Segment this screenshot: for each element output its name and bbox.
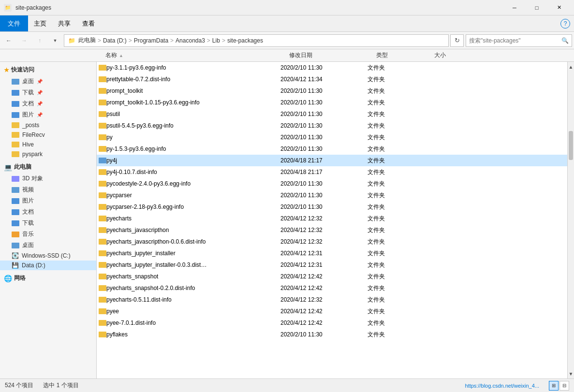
scroll-up-button[interactable]: ▲ xyxy=(568,62,574,72)
folder-icon xyxy=(12,220,19,226)
table-row[interactable]: prettytable-0.7.2.dist-info2020/4/12 11:… xyxy=(97,73,567,85)
details-view-button[interactable]: ⊞ xyxy=(549,381,559,391)
search-input[interactable] xyxy=(469,37,559,44)
sidebar-item-desktop-quick[interactable]: 桌面 📌 xyxy=(0,76,96,87)
path-datad[interactable]: Data (D:) xyxy=(103,37,127,44)
file-date: 2020/4/12 12:31 xyxy=(280,250,368,257)
path-lib[interactable]: Lib xyxy=(212,37,220,44)
table-row[interactable]: pyflakes2020/2/10 11:30文件夹 xyxy=(97,329,567,340)
sidebar-item-hive[interactable]: Hive xyxy=(0,140,96,149)
file-name: pycodestyle-2.4.0-py3.6.egg-info xyxy=(106,180,280,187)
sidebar-item-docs-quick[interactable]: 文档 📌 xyxy=(0,98,96,109)
table-row[interactable]: py-3.1.1-py3.6.egg-info2020/2/10 11:30文件… xyxy=(97,62,567,73)
col-header-date[interactable]: 修改日期 xyxy=(285,51,372,59)
maximize-button[interactable]: □ xyxy=(526,0,548,15)
this-pc-header[interactable]: 💻 此电脑 xyxy=(0,161,96,173)
file-name: pyecharts_javascripthon xyxy=(106,227,280,233)
large-icons-view-button[interactable]: ⊟ xyxy=(559,381,569,391)
table-row[interactable]: pyecharts_snapshot2020/4/12 12:42文件夹 xyxy=(97,271,567,282)
table-row[interactable]: pyecharts_jupyter_installer-0.0.3.dist…2… xyxy=(97,259,567,271)
sidebar-item-video[interactable]: 视频 xyxy=(0,184,96,195)
table-row[interactable]: pyee-7.0.1.dist-info2020/4/12 12:42文件夹 xyxy=(97,317,567,329)
file-date: 2020/4/18 21:17 xyxy=(280,157,368,164)
table-row[interactable]: prompt_toolkit-1.0.15-py3.6.egg-info2020… xyxy=(97,97,567,108)
forward-button[interactable]: → xyxy=(17,34,31,47)
scroll-thumb[interactable] xyxy=(569,131,573,160)
folder-icon xyxy=(12,243,19,248)
sidebar-item-c-drive[interactable]: 💽 Windows-SSD (C:) xyxy=(0,251,96,261)
folder-icon xyxy=(99,111,106,117)
network-header[interactable]: 🌐 网络 xyxy=(0,272,96,284)
menu-share[interactable]: 共享 xyxy=(52,15,76,31)
quick-access-header[interactable]: ★ 快速访问 xyxy=(0,64,96,76)
sidebar-item-pyspark[interactable]: pyspark xyxy=(0,149,96,159)
folder-icon xyxy=(99,250,106,256)
back-button[interactable]: ← xyxy=(2,34,15,47)
file-date: 2020/4/12 12:32 xyxy=(280,215,368,222)
scroll-down-button[interactable]: ▼ xyxy=(568,369,574,378)
table-row[interactable]: prompt_toolkit2020/2/10 11:30文件夹 xyxy=(97,85,567,97)
menu-view[interactable]: 查看 xyxy=(76,15,101,31)
address-path[interactable]: 📁 此电脑 > Data (D:) > ProgramData > Anacon… xyxy=(64,34,449,47)
minimize-button[interactable]: ─ xyxy=(503,0,526,15)
file-name: pyee-7.0.1.dist-info xyxy=(106,319,280,326)
up-button[interactable]: ↑ xyxy=(33,34,46,47)
table-row[interactable]: pyecharts_jupyter_installer2020/4/12 12:… xyxy=(97,247,567,259)
table-row[interactable]: pyecharts-0.5.11.dist-info2020/4/12 12:3… xyxy=(97,294,567,305)
title-bar-title: site-packages xyxy=(15,4,503,11)
col-header-type[interactable]: 类型 xyxy=(372,51,430,59)
pin-icon: 📌 xyxy=(37,112,43,117)
table-row[interactable]: pyee2020/4/12 12:42文件夹 xyxy=(97,305,567,317)
col-header-size[interactable]: 大小 xyxy=(430,51,479,59)
menu-file[interactable]: 文件 xyxy=(0,15,28,31)
scrollbar[interactable]: ▲ ▼ xyxy=(567,62,574,378)
sidebar-item-pictures[interactable]: 图片 xyxy=(0,195,96,206)
sidebar-item-3dobjects[interactable]: 3D 对象 xyxy=(0,173,96,184)
folder-icon xyxy=(99,320,106,326)
close-button[interactable]: ✕ xyxy=(548,0,570,15)
folder-icon xyxy=(99,332,106,337)
table-row[interactable]: py2020/2/10 11:30文件夹 xyxy=(97,131,567,143)
file-name: py4j-0.10.7.dist-info xyxy=(106,169,280,175)
path-sitepackages[interactable]: site-packages xyxy=(227,37,263,44)
table-row[interactable]: py4j2020/4/18 21:17文件夹 xyxy=(97,155,567,166)
table-row[interactable]: pyecharts2020/4/12 12:32文件夹 xyxy=(97,213,567,224)
sidebar-item-posts[interactable]: _posts xyxy=(0,120,96,130)
table-row[interactable]: pyecharts_snapshot-0.2.0.dist-info2020/4… xyxy=(97,282,567,294)
sidebar-item-desktop[interactable]: 桌面 xyxy=(0,240,96,251)
sidebar-item-downloads[interactable]: 下载 xyxy=(0,218,96,229)
file-date: 2020/2/10 11:30 xyxy=(280,122,368,129)
table-row[interactable]: pyecharts_javascripthon2020/4/12 12:32文件… xyxy=(97,224,567,236)
sidebar-item-music[interactable]: 音乐 xyxy=(0,229,96,240)
table-row[interactable]: pyecharts_javascripthon-0.0.6.dist-info2… xyxy=(97,236,567,247)
folder-icon xyxy=(12,209,19,215)
table-row[interactable]: py4j-0.10.7.dist-info2020/4/18 21:17文件夹 xyxy=(97,166,567,178)
path-programdata[interactable]: ProgramData xyxy=(134,37,168,44)
table-row[interactable]: psutil-5.4.5-py3.6.egg-info2020/2/10 11:… xyxy=(97,120,567,131)
file-name: pyecharts_snapshot-0.2.0.dist-info xyxy=(106,285,280,291)
folder-icon xyxy=(99,262,106,268)
recent-locations-button[interactable]: ▼ xyxy=(48,34,62,47)
sidebar-item-pics-quick[interactable]: 图片 📌 xyxy=(0,109,96,120)
sidebar-item-d-drive[interactable]: 💾 Data (D:) xyxy=(0,261,96,270)
col-header-name[interactable]: 名称 ▲ xyxy=(102,51,285,59)
table-row[interactable]: psutil2020/2/10 11:30文件夹 xyxy=(97,108,567,120)
table-row[interactable]: py-1.5.3-py3.6.egg-info2020/2/10 11:30文件… xyxy=(97,143,567,155)
main-layout: ★ 快速访问 桌面 📌 下载 📌 文档 📌 图片 📌 _posts xyxy=(0,62,574,378)
path-thispc[interactable]: 此电脑 xyxy=(78,36,96,44)
help-button[interactable]: ? xyxy=(560,19,570,29)
file-type: 文件夹 xyxy=(368,75,426,84)
sidebar-item-filerecv[interactable]: FileRecv xyxy=(0,130,96,140)
menu-home[interactable]: 主页 xyxy=(28,15,52,31)
table-row[interactable]: pycparser2020/2/10 11:30文件夹 xyxy=(97,189,567,201)
table-row[interactable]: pycparser-2.18-py3.6.egg-info2020/2/10 1… xyxy=(97,201,567,213)
folder-icon xyxy=(99,134,106,140)
table-row[interactable]: pycodestyle-2.4.0-py3.6.egg-info2020/2/1… xyxy=(97,178,567,189)
sidebar-item-download-quick[interactable]: 下载 📌 xyxy=(0,87,96,98)
column-headers: 名称 ▲ 修改日期 类型 大小 xyxy=(0,49,574,62)
file-date: 2020/2/10 11:30 xyxy=(280,145,368,152)
sidebar-item-documents[interactable]: 文档 xyxy=(0,206,96,218)
refresh-button[interactable]: ↻ xyxy=(450,34,464,47)
file-name: psutil xyxy=(106,111,280,117)
path-anaconda3[interactable]: Anaconda3 xyxy=(176,37,205,44)
